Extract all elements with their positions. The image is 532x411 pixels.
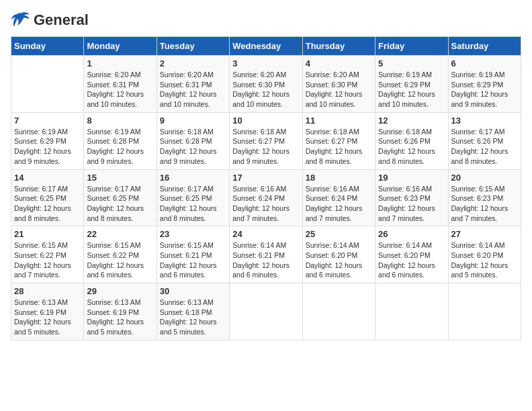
calendar-cell: 29Sunrise: 6:13 AM Sunset: 6:19 PM Dayli… <box>84 283 157 340</box>
day-number: 25 <box>306 229 372 239</box>
day-info: Sunrise: 6:18 AM Sunset: 6:28 PM Dayligh… <box>160 127 226 167</box>
calendar-cell: 26Sunrise: 6:14 AM Sunset: 6:20 PM Dayli… <box>375 226 448 283</box>
calendar-cell: 23Sunrise: 6:15 AM Sunset: 6:21 PM Dayli… <box>157 226 229 283</box>
day-info: Sunrise: 6:17 AM Sunset: 6:25 PM Dayligh… <box>14 184 81 224</box>
day-number: 20 <box>451 173 518 183</box>
day-number: 3 <box>232 58 299 68</box>
day-number: 8 <box>87 116 153 126</box>
weekday-header-wednesday: Wednesday <box>230 37 302 56</box>
calendar-cell <box>11 56 84 113</box>
calendar-cell: 6Sunrise: 6:19 AM Sunset: 6:29 PM Daylig… <box>448 56 521 113</box>
calendar-cell: 19Sunrise: 6:16 AM Sunset: 6:23 PM Dayli… <box>375 169 448 226</box>
calendar-cell: 8Sunrise: 6:19 AM Sunset: 6:28 PM Daylig… <box>84 112 157 169</box>
logo-icon <box>11 11 31 30</box>
calendar-week-row: 28Sunrise: 6:13 AM Sunset: 6:19 PM Dayli… <box>11 283 521 340</box>
day-info: Sunrise: 6:16 AM Sunset: 6:24 PM Dayligh… <box>306 184 372 224</box>
day-info: Sunrise: 6:18 AM Sunset: 6:27 PM Dayligh… <box>232 127 299 167</box>
day-number: 15 <box>87 173 153 183</box>
calendar-week-row: 1Sunrise: 6:20 AM Sunset: 6:31 PM Daylig… <box>11 56 521 113</box>
day-number: 6 <box>451 58 518 68</box>
calendar-cell: 17Sunrise: 6:16 AM Sunset: 6:24 PM Dayli… <box>230 169 302 226</box>
day-info: Sunrise: 6:19 AM Sunset: 6:29 PM Dayligh… <box>14 127 81 167</box>
day-number: 9 <box>160 116 226 126</box>
day-number: 10 <box>232 116 299 126</box>
day-info: Sunrise: 6:13 AM Sunset: 6:19 PM Dayligh… <box>87 298 153 337</box>
calendar-cell: 11Sunrise: 6:18 AM Sunset: 6:27 PM Dayli… <box>302 112 375 169</box>
calendar-cell: 25Sunrise: 6:14 AM Sunset: 6:20 PM Dayli… <box>302 226 375 283</box>
day-number: 30 <box>160 286 226 296</box>
day-info: Sunrise: 6:19 AM Sunset: 6:28 PM Dayligh… <box>87 127 153 167</box>
calendar-week-row: 21Sunrise: 6:15 AM Sunset: 6:22 PM Dayli… <box>11 226 521 283</box>
calendar-cell <box>448 283 521 340</box>
day-info: Sunrise: 6:14 AM Sunset: 6:20 PM Dayligh… <box>378 240 445 280</box>
day-info: Sunrise: 6:15 AM Sunset: 6:21 PM Dayligh… <box>160 240 226 280</box>
calendar-cell: 10Sunrise: 6:18 AM Sunset: 6:27 PM Dayli… <box>230 112 302 169</box>
calendar-cell: 3Sunrise: 6:20 AM Sunset: 6:30 PM Daylig… <box>230 56 302 113</box>
day-number: 24 <box>232 229 299 239</box>
weekday-header-thursday: Thursday <box>302 37 375 56</box>
logo: General <box>11 11 89 30</box>
calendar-week-row: 7Sunrise: 6:19 AM Sunset: 6:29 PM Daylig… <box>11 112 521 169</box>
day-info: Sunrise: 6:17 AM Sunset: 6:25 PM Dayligh… <box>87 184 153 224</box>
day-info: Sunrise: 6:15 AM Sunset: 6:22 PM Dayligh… <box>14 240 81 280</box>
calendar-table: SundayMondayTuesdayWednesdayThursdayFrid… <box>11 36 521 340</box>
calendar-cell: 5Sunrise: 6:19 AM Sunset: 6:29 PM Daylig… <box>375 56 448 113</box>
weekday-header-row: SundayMondayTuesdayWednesdayThursdayFrid… <box>11 37 521 56</box>
day-info: Sunrise: 6:13 AM Sunset: 6:19 PM Dayligh… <box>14 298 81 337</box>
weekday-header-tuesday: Tuesday <box>157 37 229 56</box>
day-info: Sunrise: 6:20 AM Sunset: 6:31 PM Dayligh… <box>87 70 153 109</box>
day-info: Sunrise: 6:20 AM Sunset: 6:30 PM Dayligh… <box>306 70 372 109</box>
calendar-cell: 24Sunrise: 6:14 AM Sunset: 6:21 PM Dayli… <box>230 226 302 283</box>
day-number: 18 <box>306 173 372 183</box>
weekday-header-sunday: Sunday <box>11 37 84 56</box>
day-info: Sunrise: 6:19 AM Sunset: 6:29 PM Dayligh… <box>451 70 518 109</box>
weekday-header-monday: Monday <box>84 37 157 56</box>
day-number: 28 <box>14 286 81 296</box>
day-number: 26 <box>378 229 445 239</box>
day-number: 17 <box>232 173 299 183</box>
calendar-cell: 28Sunrise: 6:13 AM Sunset: 6:19 PM Dayli… <box>11 283 84 340</box>
calendar-cell: 7Sunrise: 6:19 AM Sunset: 6:29 PM Daylig… <box>11 112 84 169</box>
calendar-cell <box>302 283 375 340</box>
day-number: 5 <box>378 58 445 68</box>
day-number: 23 <box>160 229 226 239</box>
calendar-cell: 1Sunrise: 6:20 AM Sunset: 6:31 PM Daylig… <box>84 56 157 113</box>
day-number: 19 <box>378 173 445 183</box>
day-number: 29 <box>87 286 153 296</box>
calendar-cell <box>375 283 448 340</box>
calendar-cell: 20Sunrise: 6:15 AM Sunset: 6:23 PM Dayli… <box>448 169 521 226</box>
day-info: Sunrise: 6:13 AM Sunset: 6:18 PM Dayligh… <box>160 298 226 337</box>
day-info: Sunrise: 6:17 AM Sunset: 6:25 PM Dayligh… <box>160 184 226 224</box>
day-number: 2 <box>160 58 226 68</box>
day-info: Sunrise: 6:19 AM Sunset: 6:29 PM Dayligh… <box>378 70 445 109</box>
day-number: 12 <box>378 116 445 126</box>
calendar-cell: 16Sunrise: 6:17 AM Sunset: 6:25 PM Dayli… <box>157 169 229 226</box>
day-info: Sunrise: 6:14 AM Sunset: 6:20 PM Dayligh… <box>306 240 372 280</box>
day-number: 11 <box>306 116 372 126</box>
day-info: Sunrise: 6:14 AM Sunset: 6:20 PM Dayligh… <box>451 240 518 280</box>
calendar-cell: 22Sunrise: 6:15 AM Sunset: 6:22 PM Dayli… <box>84 226 157 283</box>
day-info: Sunrise: 6:16 AM Sunset: 6:23 PM Dayligh… <box>378 184 445 224</box>
calendar-cell <box>230 283 302 340</box>
day-info: Sunrise: 6:17 AM Sunset: 6:26 PM Dayligh… <box>451 127 518 167</box>
day-info: Sunrise: 6:18 AM Sunset: 6:27 PM Dayligh… <box>306 127 372 167</box>
day-number: 14 <box>14 173 81 183</box>
calendar-week-row: 14Sunrise: 6:17 AM Sunset: 6:25 PM Dayli… <box>11 169 521 226</box>
day-info: Sunrise: 6:20 AM Sunset: 6:31 PM Dayligh… <box>160 70 226 109</box>
day-number: 4 <box>306 58 372 68</box>
day-info: Sunrise: 6:15 AM Sunset: 6:22 PM Dayligh… <box>87 240 153 280</box>
day-number: 1 <box>87 58 153 68</box>
day-number: 13 <box>451 116 518 126</box>
calendar-cell: 14Sunrise: 6:17 AM Sunset: 6:25 PM Dayli… <box>11 169 84 226</box>
calendar-cell: 27Sunrise: 6:14 AM Sunset: 6:20 PM Dayli… <box>448 226 521 283</box>
calendar-cell: 2Sunrise: 6:20 AM Sunset: 6:31 PM Daylig… <box>157 56 229 113</box>
calendar-cell: 15Sunrise: 6:17 AM Sunset: 6:25 PM Dayli… <box>84 169 157 226</box>
calendar-cell: 30Sunrise: 6:13 AM Sunset: 6:18 PM Dayli… <box>157 283 229 340</box>
weekday-header-friday: Friday <box>375 37 448 56</box>
weekday-header-saturday: Saturday <box>448 37 521 56</box>
calendar-cell: 12Sunrise: 6:18 AM Sunset: 6:26 PM Dayli… <box>375 112 448 169</box>
calendar-cell: 18Sunrise: 6:16 AM Sunset: 6:24 PM Dayli… <box>302 169 375 226</box>
logo-text: General <box>34 12 89 28</box>
day-number: 22 <box>87 229 153 239</box>
day-number: 27 <box>451 229 518 239</box>
